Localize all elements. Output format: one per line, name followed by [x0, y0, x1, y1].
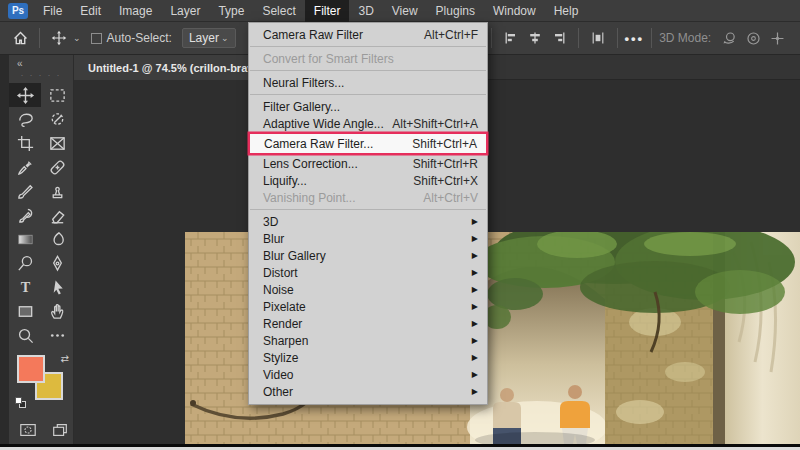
filter-item-liquify[interactable]: Liquify...Shift+Ctrl+X: [249, 172, 487, 189]
tool-path-selection[interactable]: [41, 275, 73, 299]
menu-layer[interactable]: Layer: [161, 0, 209, 22]
align-left-icon[interactable]: [499, 26, 523, 50]
tool-clone-stamp[interactable]: [41, 179, 73, 203]
tool-gradient[interactable]: [9, 227, 41, 251]
chevron-down-icon: ⌄: [221, 33, 229, 43]
filter-item-neural-filters[interactable]: Neural Filters...: [249, 74, 487, 91]
document-tab[interactable]: Untitled-1 @ 74.5% (crillon-brave: [74, 55, 274, 80]
tool-more-tools[interactable]: [41, 323, 73, 347]
tool-eyedropper[interactable]: [9, 155, 41, 179]
collapse-panel-icon[interactable]: «: [9, 55, 73, 69]
distribute-icon[interactable]: [586, 26, 610, 50]
menubar: Ps FileEditImageLayerTypeSelectFilter3DV…: [0, 0, 800, 22]
tool-lasso[interactable]: [9, 107, 41, 131]
menu-item-label: Blur Gallery: [263, 249, 326, 263]
tools-panel: « . . . . . T ⇄: [9, 55, 74, 444]
menu-view[interactable]: View: [383, 0, 427, 22]
filter-item-adaptive-wide-angle[interactable]: Adaptive Wide Angle...Alt+Shift+Ctrl+A: [249, 115, 487, 132]
menu-filter[interactable]: Filter: [305, 0, 350, 22]
tool-dodge[interactable]: [9, 251, 41, 275]
menu-help[interactable]: Help: [545, 0, 588, 22]
tool-zoom[interactable]: [9, 323, 41, 347]
menu-image[interactable]: Image: [110, 0, 161, 22]
filter-dropdown-menu: Camera Raw FilterAlt+Ctrl+FConvert for S…: [248, 22, 488, 405]
filter-item-camera-raw-filter[interactable]: Camera Raw Filter...Shift+Ctrl+A: [250, 134, 486, 153]
more-options-icon[interactable]: •••: [625, 31, 645, 46]
menu-item-label: Noise: [263, 283, 294, 297]
filter-item-distort[interactable]: Distort▶: [249, 264, 487, 281]
tool-brush[interactable]: [9, 179, 41, 203]
tool-healing-brush[interactable]: [41, 155, 73, 179]
menu-item-label: Liquify...: [263, 174, 307, 188]
tool-marquee[interactable]: [41, 83, 73, 107]
menu-item-label: Filter Gallery...: [263, 100, 340, 114]
menu-plugins[interactable]: Plugins: [427, 0, 484, 22]
tool-history-brush[interactable]: [9, 203, 41, 227]
menu-item-label: Blur: [263, 232, 284, 246]
filter-item-noise[interactable]: Noise▶: [249, 281, 487, 298]
quick-mask-button[interactable]: [19, 421, 37, 439]
filter-item-lens-correction[interactable]: Lens Correction...Shift+Ctrl+R: [249, 155, 487, 172]
menu-file[interactable]: File: [34, 0, 71, 22]
move-tool-option-icon[interactable]: [47, 26, 71, 50]
foreground-color-swatch[interactable]: [17, 355, 45, 383]
menu-item-label: Vanishing Point...: [263, 191, 356, 205]
tool-crop[interactable]: [9, 131, 41, 155]
filter-item-camera-raw-filter[interactable]: Camera Raw FilterAlt+Ctrl+F: [249, 26, 487, 43]
menu-separator: [250, 94, 486, 95]
filter-item-other[interactable]: Other▶: [249, 383, 487, 400]
filter-item-3d[interactable]: 3D▶: [249, 213, 487, 230]
menu-select[interactable]: Select: [253, 0, 304, 22]
menubar-items: FileEditImageLayerTypeSelectFilter3DView…: [34, 0, 587, 22]
default-colors-icon[interactable]: [15, 397, 27, 409]
auto-select-label: Auto-Select:: [107, 31, 172, 45]
menu-window[interactable]: Window: [484, 0, 545, 22]
screen-mode-button[interactable]: [51, 421, 69, 439]
filter-item-filter-gallery[interactable]: Filter Gallery...: [249, 98, 487, 115]
submenu-arrow-icon: ▶: [472, 268, 478, 277]
threed-mode-label: 3D Mode:: [659, 31, 711, 45]
tool-pen[interactable]: [41, 251, 73, 275]
filter-item-sharpen[interactable]: Sharpen▶: [249, 332, 487, 349]
document-tab-title: Untitled-1 @ 74.5% (crillon-brave: [88, 62, 260, 74]
menu-3d[interactable]: 3D: [349, 0, 382, 22]
tool-rectangle[interactable]: [9, 299, 41, 323]
submenu-arrow-icon: ▶: [472, 285, 478, 294]
tool-object-selection[interactable]: [41, 107, 73, 131]
filter-item-pixelate[interactable]: Pixelate▶: [249, 298, 487, 315]
tool-eraser[interactable]: [41, 203, 73, 227]
filter-item-render[interactable]: Render▶: [249, 315, 487, 332]
menu-item-label: Video: [263, 368, 293, 382]
photoshop-logo-icon: Ps: [8, 3, 28, 19]
orbit-icon[interactable]: [717, 26, 741, 50]
filter-item-stylize[interactable]: Stylize▶: [249, 349, 487, 366]
roll-icon[interactable]: [741, 26, 765, 50]
menu-type[interactable]: Type: [209, 0, 253, 22]
filter-item-blur-gallery[interactable]: Blur Gallery▶: [249, 247, 487, 264]
color-swatches: ⇄: [15, 355, 71, 405]
swap-colors-icon[interactable]: ⇄: [61, 353, 69, 364]
home-icon[interactable]: [8, 26, 32, 50]
menu-item-shortcut: Alt+Ctrl+V: [423, 191, 478, 205]
menu-item-label: Camera Raw Filter: [263, 28, 363, 42]
auto-select-checkbox[interactable]: [91, 33, 102, 44]
align-right-icon[interactable]: [547, 26, 571, 50]
panel-dock-edge: [0, 55, 9, 444]
filter-item-blur[interactable]: Blur▶: [249, 230, 487, 247]
align-center-icon[interactable]: [523, 26, 547, 50]
panel-grip[interactable]: . . . . .: [9, 69, 73, 77]
menu-item-label: Pixelate: [263, 300, 306, 314]
tool-type[interactable]: T: [9, 275, 41, 299]
chevron-down-icon[interactable]: ⌄: [73, 33, 81, 43]
separator: [491, 28, 492, 48]
drag-icon[interactable]: [765, 26, 789, 50]
separator: [578, 28, 579, 48]
tool-move[interactable]: [9, 83, 41, 107]
menu-edit[interactable]: Edit: [71, 0, 110, 22]
tool-frame[interactable]: [41, 131, 73, 155]
menu-item-shortcut: Alt+Shift+Ctrl+A: [392, 117, 478, 131]
filter-item-video[interactable]: Video▶: [249, 366, 487, 383]
auto-select-target-dropdown[interactable]: Layer ⌄: [182, 28, 236, 48]
tool-hand[interactable]: [41, 299, 73, 323]
tool-smudge[interactable]: [41, 227, 73, 251]
